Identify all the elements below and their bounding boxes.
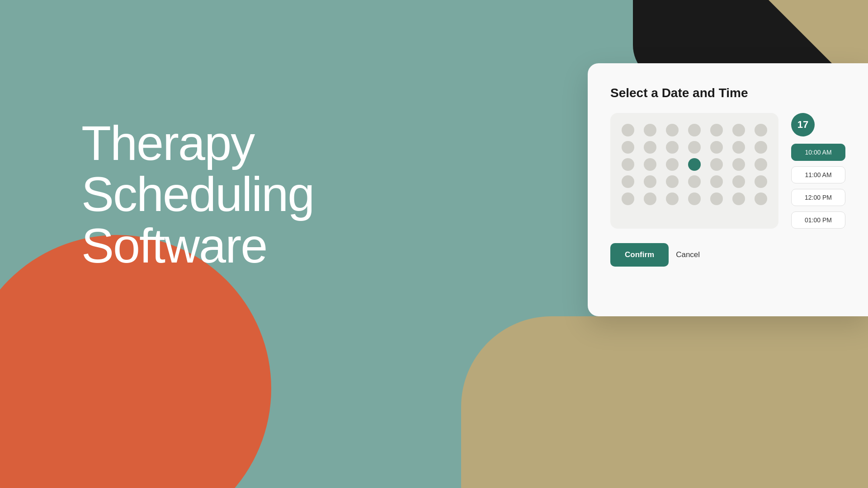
calendar-dot-16[interactable] bbox=[666, 158, 679, 171]
time-slot-2[interactable]: 12:00 PM bbox=[791, 189, 845, 206]
calendar-dot-3[interactable] bbox=[688, 124, 701, 136]
calendar-dot-10[interactable] bbox=[688, 141, 701, 154]
calendar-container bbox=[610, 113, 778, 229]
calendar-dot-14[interactable] bbox=[622, 158, 634, 171]
calendar-dot-9[interactable] bbox=[666, 141, 679, 154]
cancel-button[interactable]: Cancel bbox=[676, 250, 700, 259]
calendar-dot-33[interactable] bbox=[732, 192, 745, 205]
confirm-button[interactable]: Confirm bbox=[610, 243, 669, 267]
calendar-dot-18[interactable] bbox=[710, 158, 723, 171]
calendar-dot-6[interactable] bbox=[755, 124, 767, 136]
calendar-dot-1[interactable] bbox=[644, 124, 656, 136]
time-slot-0[interactable]: 10:00 AM bbox=[791, 144, 845, 161]
calendar-dot-17[interactable] bbox=[688, 158, 701, 171]
calendar-dot-12[interactable] bbox=[732, 141, 745, 154]
modal-body: 17 10:00 AM 11:00 AM 12:00 PM 01:00 PM bbox=[610, 113, 845, 229]
calendar-dot-22[interactable] bbox=[644, 175, 656, 188]
calendar-dot-15[interactable] bbox=[644, 158, 656, 171]
calendar-dot-11[interactable] bbox=[710, 141, 723, 154]
calendar-dot-30[interactable] bbox=[666, 192, 679, 205]
calendar-dot-19[interactable] bbox=[732, 158, 745, 171]
hero-line2: Scheduling bbox=[81, 169, 314, 220]
hero-line1: Therapy bbox=[81, 117, 314, 169]
time-slot-3[interactable]: 01:00 PM bbox=[791, 211, 845, 229]
calendar-dot-24[interactable] bbox=[688, 175, 701, 188]
calendar-dot-20[interactable] bbox=[755, 158, 767, 171]
calendar-dot-34[interactable] bbox=[755, 192, 767, 205]
modal-title: Select a Date and Time bbox=[610, 86, 845, 100]
calendar-dot-23[interactable] bbox=[666, 175, 679, 188]
calendar-dot-7[interactable] bbox=[622, 141, 634, 154]
hero-text: Therapy Scheduling Software bbox=[81, 117, 314, 271]
calendar-dot-27[interactable] bbox=[755, 175, 767, 188]
calendar-dot-29[interactable] bbox=[644, 192, 656, 205]
hero-line3: Software bbox=[81, 220, 314, 271]
time-slot-1[interactable]: 11:00 AM bbox=[791, 166, 845, 183]
calendar-dot-13[interactable] bbox=[755, 141, 767, 154]
background-tan-bottom bbox=[461, 316, 868, 488]
calendar-dot-2[interactable] bbox=[666, 124, 679, 136]
time-slots-panel: 17 10:00 AM 11:00 AM 12:00 PM 01:00 PM bbox=[791, 113, 845, 229]
action-buttons: Confirm Cancel bbox=[610, 243, 845, 267]
modal-card: Select a Date and Time 17 10:00 AM 11:00… bbox=[588, 63, 868, 316]
calendar-dot-5[interactable] bbox=[732, 124, 745, 136]
day-badge: 17 bbox=[791, 113, 815, 136]
calendar-dot-25[interactable] bbox=[710, 175, 723, 188]
calendar-dot-32[interactable] bbox=[710, 192, 723, 205]
calendar-grid bbox=[619, 124, 769, 205]
calendar-dot-26[interactable] bbox=[732, 175, 745, 188]
calendar-dot-0[interactable] bbox=[622, 124, 634, 136]
calendar-dot-8[interactable] bbox=[644, 141, 656, 154]
calendar-dot-31[interactable] bbox=[688, 192, 701, 205]
calendar-dot-4[interactable] bbox=[710, 124, 723, 136]
calendar-dot-28[interactable] bbox=[622, 192, 634, 205]
calendar-dot-21[interactable] bbox=[622, 175, 634, 188]
